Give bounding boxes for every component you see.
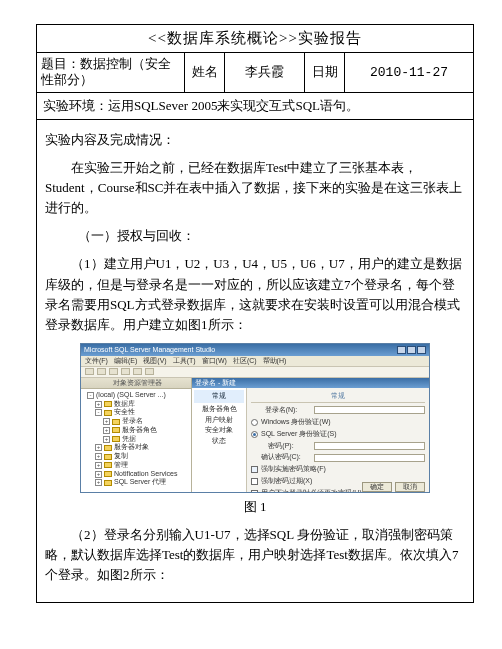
menu-item[interactable]: 工具(T)	[173, 356, 196, 367]
menubar: 文件(F) 编辑(E) 视图(V) 工具(T) 窗口(W) 社区(C) 帮助(H…	[81, 356, 429, 367]
folder-icon	[112, 436, 120, 442]
date-label: 日期	[305, 53, 345, 92]
dialog-titlebar: 登录名 - 新建	[192, 378, 429, 388]
page-status[interactable]: 状态	[194, 436, 244, 447]
date-value: 2010-11-27	[345, 53, 473, 92]
minimize-icon[interactable]	[397, 346, 406, 354]
topic-cell: 题目：数据控制（安全性部分）	[37, 53, 185, 92]
chk-expire[interactable]	[251, 478, 258, 485]
collapse-icon[interactable]: -	[87, 392, 94, 399]
toolbar-button[interactable]	[85, 368, 94, 375]
toolbar-button[interactable]	[145, 368, 154, 375]
menu-item[interactable]: 文件(F)	[85, 356, 108, 367]
dialog-buttons: 确定 取消	[362, 482, 425, 492]
maximize-icon[interactable]	[407, 346, 416, 354]
chk-expire-label: 强制密码过期(X)	[261, 476, 312, 487]
login-name-input[interactable]	[314, 406, 425, 414]
tree: -(local) (SQL Server ...) +数据库 -安全性 +登录名…	[81, 389, 191, 489]
expand-icon[interactable]: +	[103, 427, 110, 434]
new-login-dialog: 登录名 - 新建 常规 服务器角色 用户映射 安全对象	[192, 378, 429, 493]
menu-item[interactable]: 编辑(E)	[114, 356, 137, 367]
tree-node[interactable]: -安全性	[83, 408, 189, 417]
tree-node[interactable]: +Notification Services	[83, 470, 189, 479]
page-general[interactable]: 常规	[194, 390, 244, 403]
dialog-form: 常规 登录名(N): Windows 身份验证(W) SQL Server 身份…	[247, 388, 429, 493]
report-frame: <<数据库系统概论>>实验报告 题目：数据控制（安全性部分） 姓名 李兵霞 日期…	[36, 24, 474, 603]
cancel-button[interactable]: 取消	[395, 482, 425, 492]
tree-node[interactable]: +SQL Server 代理	[83, 478, 189, 487]
ssms-title: Microsoft SQL Server Management Studio	[84, 345, 215, 356]
tree-node[interactable]: +服务器角色	[83, 426, 189, 435]
password-input[interactable]	[314, 442, 425, 450]
page-roles[interactable]: 服务器角色	[194, 404, 244, 415]
login-name-label: 登录名(N):	[251, 405, 311, 416]
confirm-password-input[interactable]	[314, 454, 425, 462]
toolbar-button[interactable]	[97, 368, 106, 375]
paragraph-2: （1）建立用户U1，U2，U3，U4，U5，U6，U7，用户的建立是数据库级的，…	[45, 254, 465, 335]
menu-item[interactable]: 视图(V)	[143, 356, 166, 367]
password-label: 密码(P):	[251, 441, 311, 452]
menu-item[interactable]: 帮助(H)	[263, 356, 287, 367]
report-title: <<数据库系统概论>>实验报告	[37, 25, 473, 53]
radio-sql-auth[interactable]	[251, 431, 258, 438]
folder-icon	[104, 401, 112, 407]
page: <<数据库系统概论>>实验报告 题目：数据控制（安全性部分） 姓名 李兵霞 日期…	[0, 0, 502, 649]
toolbar-button[interactable]	[133, 368, 142, 375]
folder-icon	[112, 427, 120, 433]
window-buttons	[397, 346, 426, 354]
tree-node[interactable]: +复制	[83, 452, 189, 461]
expand-icon[interactable]: +	[95, 444, 102, 451]
toolbar	[81, 367, 429, 378]
toolbar-button[interactable]	[109, 368, 118, 375]
expand-icon[interactable]: +	[95, 462, 102, 469]
expand-icon[interactable]: +	[95, 479, 102, 486]
name-label: 姓名	[185, 53, 225, 92]
folder-icon	[104, 462, 112, 468]
object-explorer: 对象资源管理器 -(local) (SQL Server ...) +数据库 -…	[81, 378, 192, 493]
chk-mustchange[interactable]	[251, 490, 258, 493]
chk-policy[interactable]	[251, 466, 258, 473]
confirm-password-label: 确认密码(C):	[251, 452, 311, 463]
paragraph-3: （2）登录名分别输入U1-U7，选择SQL 身份验证，取消强制密码策略，默认数据…	[45, 525, 465, 585]
environment-row: 实验环境：运用SQLSever 2005来实现交互式SQL语句。	[37, 93, 473, 120]
close-icon[interactable]	[417, 346, 426, 354]
tree-node[interactable]: -(local) (SQL Server ...)	[83, 391, 189, 400]
oe-header: 对象资源管理器	[81, 378, 191, 389]
expand-icon[interactable]: +	[103, 436, 110, 443]
folder-icon	[104, 471, 112, 477]
folder-icon	[104, 410, 112, 416]
tree-node[interactable]: +数据库	[83, 400, 189, 409]
expand-icon[interactable]: +	[95, 401, 102, 408]
chk-mustchange-label: 用户下次登录时必须更改密码(U)	[261, 488, 362, 493]
dialog-pages: 常规 服务器角色 用户映射 安全对象 状态	[192, 388, 247, 493]
menu-item[interactable]: 社区(C)	[233, 356, 257, 367]
menu-item[interactable]: 窗口(W)	[202, 356, 227, 367]
ssms-titlebar: Microsoft SQL Server Management Studio	[81, 344, 429, 356]
tree-node[interactable]: +登录名	[83, 417, 189, 426]
group-title: 常规	[251, 391, 425, 403]
tree-node[interactable]: +管理	[83, 461, 189, 470]
folder-icon	[104, 454, 112, 460]
body-area: 实验内容及完成情况： 在实验三开始之前，已经在数据库Test中建立了三张基本表，…	[37, 120, 473, 602]
tree-node[interactable]: +凭据	[83, 435, 189, 444]
radio-windows-auth[interactable]	[251, 419, 258, 426]
figure-1-caption: 图 1	[45, 497, 465, 517]
paragraph-1: 在实验三开始之前，已经在数据库Test中建立了三张基本表，Student，Cou…	[45, 158, 465, 218]
heading-1: （一）授权与回收：	[45, 226, 465, 246]
auth-win-label: Windows 身份验证(W)	[261, 417, 331, 428]
page-mapping[interactable]: 用户映射	[194, 415, 244, 426]
collapse-icon[interactable]: -	[95, 409, 102, 416]
figure-1: Microsoft SQL Server Management Studio 文…	[45, 343, 465, 493]
folder-icon	[112, 419, 120, 425]
expand-icon[interactable]: +	[95, 453, 102, 460]
section-title: 实验内容及完成情况：	[45, 130, 465, 150]
chk-policy-label: 强制实施密码策略(F)	[261, 464, 326, 475]
folder-icon	[104, 445, 112, 451]
page-securables[interactable]: 安全对象	[194, 425, 244, 436]
auth-sql-label: SQL Server 身份验证(S)	[261, 429, 337, 440]
toolbar-button[interactable]	[121, 368, 130, 375]
ok-button[interactable]: 确定	[362, 482, 392, 492]
tree-node[interactable]: +服务器对象	[83, 443, 189, 452]
expand-icon[interactable]: +	[103, 418, 110, 425]
expand-icon[interactable]: +	[95, 471, 102, 478]
